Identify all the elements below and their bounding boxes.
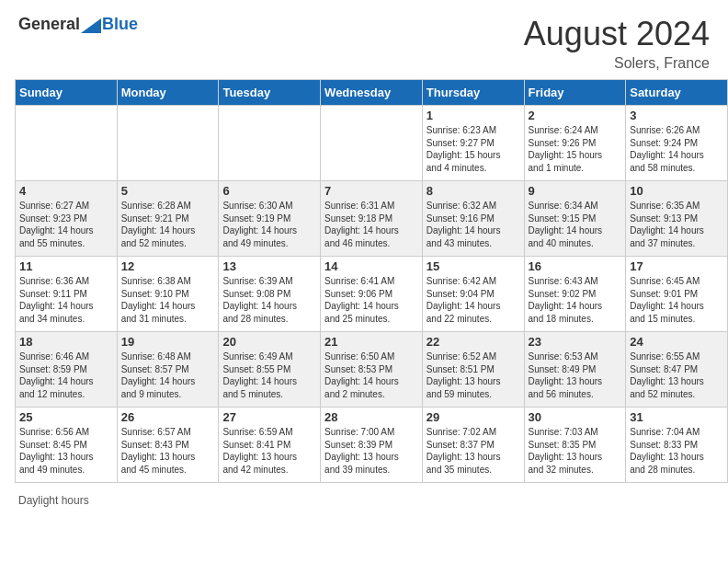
- calendar-day-cell: 7Sunrise: 6:31 AM Sunset: 9:18 PM Daylig…: [321, 181, 423, 257]
- day-number: 19: [121, 335, 215, 349]
- day-of-week-header: Thursday: [422, 80, 524, 106]
- calendar-day-cell: 6Sunrise: 6:30 AM Sunset: 9:19 PM Daylig…: [219, 181, 321, 257]
- day-info: Sunrise: 6:56 AM Sunset: 8:45 PM Dayligh…: [19, 426, 113, 476]
- day-number: 15: [427, 259, 520, 273]
- day-number: 24: [630, 335, 723, 349]
- daylight-label: Daylight hours: [18, 494, 89, 507]
- calendar-day-cell: 4Sunrise: 6:27 AM Sunset: 9:23 PM Daylig…: [16, 181, 118, 257]
- day-number: 1: [427, 109, 520, 122]
- calendar-week-row: 11Sunrise: 6:36 AM Sunset: 9:11 PM Dayli…: [16, 257, 728, 332]
- calendar-day-cell: 23Sunrise: 6:53 AM Sunset: 8:49 PM Dayli…: [524, 332, 626, 408]
- calendar-day-cell: 26Sunrise: 6:57 AM Sunset: 8:43 PM Dayli…: [117, 408, 219, 483]
- calendar-day-cell: 10Sunrise: 6:35 AM Sunset: 9:13 PM Dayli…: [626, 181, 728, 257]
- day-info: Sunrise: 6:30 AM Sunset: 9:19 PM Dayligh…: [222, 200, 316, 249]
- day-number: 20: [222, 335, 316, 349]
- day-info: Sunrise: 7:02 AM Sunset: 8:37 PM Dayligh…: [427, 426, 520, 476]
- day-number: 13: [222, 259, 316, 273]
- calendar-week-row: 18Sunrise: 6:46 AM Sunset: 8:59 PM Dayli…: [16, 332, 728, 408]
- calendar-day-cell: 2Sunrise: 6:24 AM Sunset: 9:26 PM Daylig…: [524, 106, 626, 181]
- day-info: Sunrise: 6:36 AM Sunset: 9:11 PM Dayligh…: [19, 275, 113, 325]
- day-number: 23: [529, 335, 622, 349]
- calendar-day-cell: [219, 106, 321, 181]
- day-info: Sunrise: 6:57 AM Sunset: 8:43 PM Dayligh…: [121, 426, 215, 476]
- svg-marker-0: [81, 18, 101, 33]
- title-section: August 2024 Solers, France: [524, 15, 710, 72]
- day-info: Sunrise: 6:46 AM Sunset: 8:59 PM Dayligh…: [19, 350, 113, 400]
- day-info: Sunrise: 6:45 AM Sunset: 9:01 PM Dayligh…: [630, 275, 723, 325]
- logo-text: GeneralBlue: [18, 15, 138, 34]
- calendar-week-row: 25Sunrise: 6:56 AM Sunset: 8:45 PM Dayli…: [16, 408, 728, 483]
- day-info: Sunrise: 6:35 AM Sunset: 9:13 PM Dayligh…: [630, 200, 723, 249]
- logo-icon: [81, 18, 101, 33]
- day-info: Sunrise: 6:55 AM Sunset: 8:47 PM Dayligh…: [630, 350, 723, 400]
- day-number: 2: [529, 109, 622, 122]
- page-header: GeneralBlue August 2024 Solers, France: [0, 0, 728, 79]
- day-info: Sunrise: 6:49 AM Sunset: 8:55 PM Dayligh…: [222, 350, 316, 400]
- day-info: Sunrise: 6:52 AM Sunset: 8:51 PM Dayligh…: [427, 350, 520, 400]
- calendar-body: 1Sunrise: 6:23 AM Sunset: 9:27 PM Daylig…: [16, 106, 728, 483]
- day-number: 7: [324, 184, 418, 198]
- calendar-day-cell: 28Sunrise: 7:00 AM Sunset: 8:39 PM Dayli…: [321, 408, 423, 483]
- day-number: 14: [324, 259, 418, 273]
- day-info: Sunrise: 6:24 AM Sunset: 9:26 PM Dayligh…: [529, 124, 622, 174]
- day-info: Sunrise: 7:03 AM Sunset: 8:35 PM Dayligh…: [529, 426, 622, 476]
- logo-general: General: [18, 15, 80, 33]
- calendar-day-cell: 20Sunrise: 6:49 AM Sunset: 8:55 PM Dayli…: [219, 332, 321, 408]
- day-number: 16: [529, 259, 622, 273]
- day-number: 29: [427, 410, 520, 424]
- calendar-day-cell: 14Sunrise: 6:41 AM Sunset: 9:06 PM Dayli…: [321, 257, 423, 332]
- day-info: Sunrise: 6:59 AM Sunset: 8:41 PM Dayligh…: [222, 426, 316, 476]
- day-number: 3: [630, 109, 723, 122]
- day-number: 12: [121, 259, 215, 273]
- day-of-week-header: Tuesday: [219, 80, 321, 106]
- day-info: Sunrise: 6:23 AM Sunset: 9:27 PM Dayligh…: [427, 124, 520, 174]
- day-number: 17: [630, 259, 723, 273]
- day-info: Sunrise: 6:31 AM Sunset: 9:18 PM Dayligh…: [324, 200, 418, 249]
- day-number: 8: [427, 184, 520, 198]
- day-info: Sunrise: 6:42 AM Sunset: 9:04 PM Dayligh…: [427, 275, 520, 325]
- calendar-day-cell: [321, 106, 423, 181]
- calendar-day-cell: 18Sunrise: 6:46 AM Sunset: 8:59 PM Dayli…: [16, 332, 118, 408]
- day-number: 18: [19, 335, 113, 349]
- day-number: 26: [121, 410, 215, 424]
- calendar-day-cell: 12Sunrise: 6:38 AM Sunset: 9:10 PM Dayli…: [117, 257, 219, 332]
- day-info: Sunrise: 7:00 AM Sunset: 8:39 PM Dayligh…: [324, 426, 418, 476]
- day-number: 4: [19, 184, 113, 198]
- calendar-header: SundayMondayTuesdayWednesdayThursdayFrid…: [16, 80, 728, 106]
- day-info: Sunrise: 6:27 AM Sunset: 9:23 PM Dayligh…: [19, 200, 113, 249]
- calendar-day-cell: 22Sunrise: 6:52 AM Sunset: 8:51 PM Dayli…: [422, 332, 524, 408]
- day-number: 11: [19, 259, 113, 273]
- calendar-day-cell: 19Sunrise: 6:48 AM Sunset: 8:57 PM Dayli…: [117, 332, 219, 408]
- month-year-title: August 2024: [524, 15, 710, 53]
- calendar-day-cell: 3Sunrise: 6:26 AM Sunset: 9:24 PM Daylig…: [626, 106, 728, 181]
- day-number: 5: [121, 184, 215, 198]
- calendar-day-cell: 17Sunrise: 6:45 AM Sunset: 9:01 PM Dayli…: [626, 257, 728, 332]
- day-number: 6: [222, 184, 316, 198]
- calendar-wrapper: SundayMondayTuesdayWednesdayThursdayFrid…: [0, 79, 728, 490]
- calendar-day-cell: 9Sunrise: 6:34 AM Sunset: 9:15 PM Daylig…: [524, 181, 626, 257]
- day-info: Sunrise: 6:53 AM Sunset: 8:49 PM Dayligh…: [529, 350, 622, 400]
- location-subtitle: Solers, France: [524, 55, 710, 72]
- calendar-day-cell: 5Sunrise: 6:28 AM Sunset: 9:21 PM Daylig…: [117, 181, 219, 257]
- calendar-day-cell: 25Sunrise: 6:56 AM Sunset: 8:45 PM Dayli…: [16, 408, 118, 483]
- day-info: Sunrise: 7:04 AM Sunset: 8:33 PM Dayligh…: [630, 426, 723, 476]
- day-of-week-header: Monday: [117, 80, 219, 106]
- calendar-day-cell: 30Sunrise: 7:03 AM Sunset: 8:35 PM Dayli…: [524, 408, 626, 483]
- day-of-week-header: Wednesday: [321, 80, 423, 106]
- calendar-day-cell: 11Sunrise: 6:36 AM Sunset: 9:11 PM Dayli…: [16, 257, 118, 332]
- calendar-day-cell: 1Sunrise: 6:23 AM Sunset: 9:27 PM Daylig…: [422, 106, 524, 181]
- day-info: Sunrise: 6:38 AM Sunset: 9:10 PM Dayligh…: [121, 275, 215, 325]
- logo-blue: Blue: [102, 15, 138, 33]
- day-info: Sunrise: 6:48 AM Sunset: 8:57 PM Dayligh…: [121, 350, 215, 400]
- calendar-day-cell: 21Sunrise: 6:50 AM Sunset: 8:53 PM Dayli…: [321, 332, 423, 408]
- day-number: 27: [222, 410, 316, 424]
- day-info: Sunrise: 6:39 AM Sunset: 9:08 PM Dayligh…: [222, 275, 316, 325]
- calendar-day-cell: 29Sunrise: 7:02 AM Sunset: 8:37 PM Dayli…: [422, 408, 524, 483]
- day-number: 31: [630, 410, 723, 424]
- day-number: 9: [529, 184, 622, 198]
- calendar-table: SundayMondayTuesdayWednesdayThursdayFrid…: [15, 79, 728, 483]
- calendar-day-cell: 16Sunrise: 6:43 AM Sunset: 9:02 PM Dayli…: [524, 257, 626, 332]
- day-info: Sunrise: 6:34 AM Sunset: 9:15 PM Dayligh…: [529, 200, 622, 249]
- calendar-day-cell: 24Sunrise: 6:55 AM Sunset: 8:47 PM Dayli…: [626, 332, 728, 408]
- calendar-day-cell: 31Sunrise: 7:04 AM Sunset: 8:33 PM Dayli…: [626, 408, 728, 483]
